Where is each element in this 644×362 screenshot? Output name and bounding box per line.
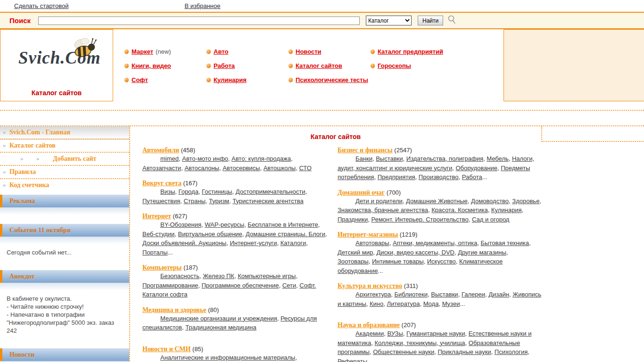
category-title-link[interactable]: Наука и образование [338, 321, 400, 329]
sidebar-nav-link[interactable]: Svich.Com - Главная [9, 129, 70, 136]
subcategory-link[interactable]: WAP-ресурсы [205, 221, 244, 228]
category-title-link[interactable]: Культура и искусство [338, 282, 402, 289]
subcategory-link[interactable]: Кино [370, 300, 383, 307]
category-title-link[interactable]: Компьютеры [142, 264, 182, 271]
menu-link[interactable]: Книги, видео [132, 62, 171, 69]
subcategory-link[interactable]: Ремонт. Интерьер. Строительство [372, 216, 469, 223]
subcategory-link[interactable]: Сети [282, 282, 296, 289]
menu-item[interactable]: Софт [124, 73, 206, 87]
subcategory-link[interactable]: Аптеки, медикаменты, оптика [393, 239, 477, 247]
subcategory-link[interactable]: Веб-студии [142, 230, 174, 238]
category-title-link[interactable]: Бизнес и финансы [338, 147, 393, 154]
category-title-link[interactable]: Медицина и здоровье [142, 306, 206, 313]
subcategory-link[interactable]: Знакомства, брачные агентства [338, 206, 428, 214]
subcategory-link[interactable]: Здоровье [512, 197, 539, 205]
menu-link[interactable]: Психологические тесты [296, 76, 368, 83]
subcategory-link[interactable]: Автосалоны [184, 165, 219, 172]
subcategory-link[interactable]: Праздники [338, 216, 368, 223]
subcategory-link[interactable]: Рефераты [338, 358, 367, 362]
subcategory-link[interactable]: Доски объявлений. Аукционы [142, 239, 226, 247]
subcategory-link[interactable]: Архитектура [355, 291, 391, 298]
subcategory-link[interactable]: Бесплатное в Интернете [248, 221, 318, 228]
sidebar-nav-item[interactable]: »Каталог сайтов [0, 140, 129, 153]
subcategory-link[interactable]: Автозапчасти [142, 165, 181, 172]
subcategory-link[interactable]: Виртуальное общение [178, 230, 242, 238]
subcategory-link[interactable]: Программирование [142, 282, 198, 289]
subcategory-link[interactable]: Музеи [442, 300, 460, 307]
subcategory-link[interactable]: Интернет-услуги [230, 239, 277, 247]
subcategory-link[interactable]: Производство [419, 173, 459, 181]
subcategory-link[interactable]: Бытовая техника [481, 239, 529, 247]
subcategory-link[interactable]: СТО [299, 165, 311, 172]
sidebar-nav-item[interactable]: »»Добавить сайт [0, 153, 129, 166]
subcategory-link[interactable]: Работа [462, 173, 482, 181]
sidebar-nav-item[interactable]: »Код счетчика [0, 179, 129, 191]
menu-item[interactable]: Книги, видео [124, 58, 206, 73]
subcategory-link[interactable]: Достопримечательности [236, 188, 305, 195]
menu-link[interactable]: Гороскопы [378, 62, 411, 69]
subcategory-link[interactable]: Порталы [142, 249, 168, 256]
make-homepage-link[interactable]: Сделать стартовой [14, 2, 68, 9]
subcategory-link[interactable]: Прикладные науки [438, 348, 491, 355]
subcategory-link[interactable]: Программное обеспечение [202, 282, 279, 289]
category-title-link[interactable]: Новости и СМИ [142, 346, 190, 353]
sidebar-nav-item[interactable]: »Svich.Com - Главная [0, 126, 129, 140]
subcategory-link[interactable]: Путешествия [142, 197, 180, 205]
subcategory-link[interactable]: Другие магазины [458, 249, 506, 256]
menu-link[interactable]: Новости [296, 48, 322, 55]
sidebar-nav-link[interactable]: Каталог сайтов [9, 142, 56, 149]
menu-link[interactable]: Маркет [132, 48, 153, 55]
subcategory-link[interactable]: Дизайн [488, 291, 509, 298]
sidebar-nav-link[interactable]: Добавить сайт [53, 155, 96, 162]
add-to-favorites-link[interactable]: В избранное [184, 2, 220, 9]
subcategory-link[interactable]: Мебель [487, 155, 509, 162]
subcategory-link[interactable]: Медицинские организации и учреждения [160, 315, 277, 322]
category-title-link[interactable]: Интернет-магазины [338, 231, 398, 238]
subcategory-link[interactable]: Выставки [376, 155, 403, 162]
subcategory-link[interactable]: Каталоги [281, 239, 306, 247]
subcategory-link[interactable]: Предприятия [378, 173, 415, 181]
menu-item[interactable]: Авто [206, 44, 289, 58]
logo-box[interactable]: Svich.Com Каталог сайтов [0, 29, 113, 101]
subcategory-link[interactable]: Галереи [462, 291, 485, 298]
subcategory-link[interactable]: mimed [160, 155, 179, 162]
subcategory-link[interactable]: Академии [355, 330, 384, 337]
category-title-link[interactable]: Домашний очаг [338, 189, 385, 196]
subcategory-link[interactable]: Библиотеки [395, 291, 428, 298]
subcategory-link[interactable]: Авто-мото инфо [182, 155, 228, 162]
menu-link[interactable]: Работа [214, 62, 235, 69]
subcategory-link[interactable]: Банки [355, 155, 372, 162]
subcategory-link[interactable]: Автотовары [355, 239, 389, 247]
find-button[interactable]: Найти [418, 16, 443, 25]
category-title-link[interactable]: Вокруг света [142, 180, 182, 187]
menu-item[interactable]: Маркет(new) [124, 44, 206, 58]
subcategory-link[interactable]: Аналитические и информационные материалы [160, 354, 295, 361]
subcategory-link[interactable]: Кулинария [491, 206, 522, 214]
subcategory-link[interactable]: Автосервисы [223, 165, 260, 172]
subcategory-link[interactable]: Зоотовары [338, 258, 369, 265]
subcategory-link[interactable]: ВУЗы [387, 330, 403, 337]
subcategory-link[interactable]: Безопасность [160, 272, 199, 280]
subcategory-link[interactable]: Туристические агентства [232, 197, 303, 205]
subcategory-link[interactable]: Автошколы [264, 165, 296, 172]
category-title-link[interactable]: Интернет [142, 213, 171, 220]
category-title-link[interactable]: Автомобили [142, 147, 179, 154]
subcategory-link[interactable]: Детский мир [338, 249, 373, 256]
subcategory-link[interactable]: Гостиницы [202, 188, 232, 195]
menu-link[interactable]: Софт [132, 76, 148, 83]
menu-link[interactable]: Кулинария [214, 76, 247, 83]
subcategory-link[interactable]: Домашние страницы. Блоги [246, 230, 325, 238]
sidebar-nav-link[interactable]: Правила [9, 168, 36, 175]
subcategory-link[interactable]: Страны [183, 197, 205, 205]
menu-link[interactable]: Каталог предприятий [378, 48, 443, 55]
menu-item[interactable]: Психологические тесты [289, 73, 371, 87]
subcategory-link[interactable]: Железо ПК [203, 272, 234, 280]
menu-item[interactable]: Новости [289, 44, 371, 58]
subcategory-link[interactable]: Интимные товары [372, 258, 424, 265]
subcategory-link[interactable]: Гуманитарные науки [406, 330, 465, 337]
subcategory-link[interactable]: Выставки [431, 291, 458, 298]
subcategory-link[interactable]: Дети и родители [355, 197, 403, 205]
sidebar-nav-item[interactable]: »Правила [0, 166, 129, 179]
subcategory-link[interactable]: Искусство [427, 258, 456, 265]
subcategory-link[interactable]: Диски, видео кассеты, DVD [376, 249, 454, 256]
